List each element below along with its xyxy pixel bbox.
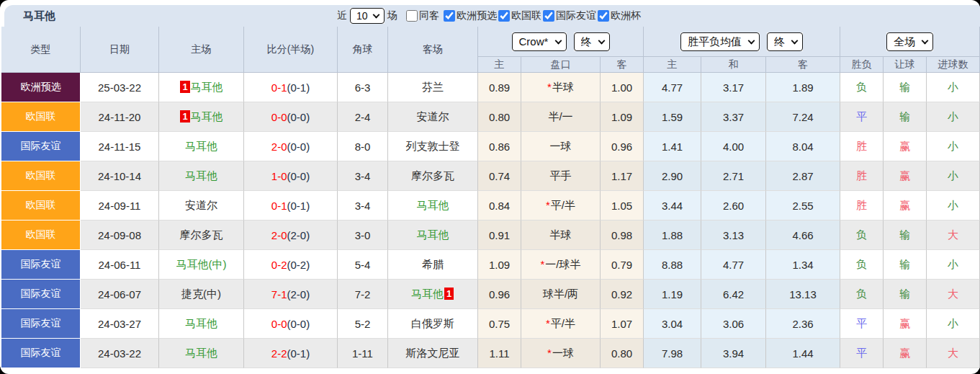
col-header-corners: 角球	[338, 27, 388, 73]
cell-result-goals: 小	[927, 191, 980, 221]
odds-state-select[interactable]: 终	[574, 32, 610, 51]
team-name: 马耳他(中)	[176, 258, 227, 270]
cell-result-goals: 大	[927, 221, 980, 250]
scope-select-wrap: 全场	[886, 32, 933, 51]
cell-score: 2-0(2-0)	[244, 221, 338, 250]
cell-result-wdl: 负	[840, 221, 884, 250]
league-filter-3[interactable]: 欧洲杯	[598, 9, 641, 22]
league-filter-label: 欧国联	[511, 9, 541, 22]
cell-score: 1-0(0-0)	[244, 161, 338, 191]
scope-select[interactable]: 全场	[886, 32, 933, 51]
cell-league-type: 国际友谊	[1, 132, 81, 161]
recent-count-select[interactable]: 10	[350, 8, 385, 25]
col-header-home: 主场	[159, 27, 244, 73]
cell-away-team: 斯洛文尼亚	[388, 339, 478, 368]
team-name: 摩尔多瓦	[180, 228, 223, 241]
cell-home-team: 马耳他	[159, 339, 244, 368]
cell-avg-away: 13.13	[766, 280, 840, 309]
cell-corners: 2-4	[338, 102, 388, 132]
cell-score: 2-0(0-0)	[244, 132, 338, 161]
cell-date: 24-06-11	[81, 250, 159, 280]
rank-badge: 1	[444, 288, 454, 300]
cell-avg-home: 3.04	[644, 309, 701, 339]
cell-odds-away: 1.05	[601, 191, 644, 221]
cell-avg-home: 2.90	[644, 161, 701, 191]
cell-result-handicap: 输	[884, 102, 927, 132]
cell-corners: 5-2	[338, 309, 388, 339]
cell-result-handicap: 赢	[884, 161, 927, 191]
cell-result-goals: 小	[927, 161, 980, 191]
league-filter-checkbox[interactable]	[543, 10, 554, 22]
team-name: 安道尔	[185, 199, 217, 211]
cell-odds-home: 0.86	[478, 132, 521, 161]
subheader-result-goals: 进球数	[927, 57, 980, 73]
cell-score: 7-1(2-0)	[244, 280, 338, 309]
cell-odds-home: 0.91	[478, 221, 521, 250]
cell-date: 24-06-07	[81, 280, 159, 309]
cell-corners: 7-2	[338, 280, 388, 309]
cell-league-type: 欧国联	[1, 102, 81, 132]
cell-league-type: 国际友谊	[1, 250, 81, 280]
cell-result-handicap: 赢	[884, 309, 927, 339]
cell-odds-handicap: *平/半	[521, 309, 601, 339]
cell-away-team: 马耳他	[388, 191, 478, 221]
cell-away-team: 摩尔多瓦	[388, 161, 478, 191]
avg-state-select[interactable]: 终	[767, 32, 803, 51]
league-filter-checkbox[interactable]	[498, 10, 510, 22]
cell-avg-draw: 3.94	[701, 339, 766, 368]
team-name: 芬兰	[422, 81, 444, 93]
cell-odds-handicap: 球半/两	[521, 280, 601, 309]
bookmaker-select[interactable]: Crow*	[512, 32, 567, 51]
league-filter-1[interactable]: 欧国联	[498, 9, 541, 22]
cell-result-handicap: 输	[884, 221, 927, 250]
cell-home-team: 马耳他	[159, 309, 244, 339]
table-row: 欧国联24-09-11安道尔0-1(0-1)3-4马耳他0.84*平/半1.05…	[1, 191, 980, 221]
star-marker: *	[547, 81, 552, 93]
cell-result-wdl: 胜	[840, 132, 884, 161]
cell-avg-home: 1.19	[644, 280, 701, 309]
cell-away-team: 马耳他	[388, 221, 478, 250]
cell-odds-away: 1.17	[601, 161, 644, 191]
cell-league-type: 国际友谊	[1, 280, 81, 309]
avg-select[interactable]: 胜平负均值	[680, 32, 760, 51]
cell-result-wdl: 负	[840, 73, 884, 102]
cell-avg-away: 2.55	[766, 191, 840, 221]
cell-avg-away: 2.87	[766, 161, 840, 191]
cell-result-wdl: 平	[840, 102, 884, 132]
cell-odds-handicap: 平手	[521, 161, 601, 191]
col-header-type: 类型	[1, 27, 81, 73]
cell-odds-handicap: 半球	[521, 221, 601, 250]
table-row: 国际友谊24-03-27马耳他0-0(0-0)5-2白俄罗斯0.75*平/半1.…	[1, 309, 980, 339]
cell-avg-away: 8.04	[766, 132, 840, 161]
table-row: 国际友谊24-06-11马耳他(中)0-2(0-2)5-4希腊1.09*一/球半…	[1, 250, 980, 280]
cell-odds-home: 0.74	[478, 161, 521, 191]
league-filter-label: 国际友谊	[556, 9, 596, 22]
table-row: 国际友谊24-06-07捷克(中)7-1(2-0)7-2马耳他10.96球半/两…	[1, 280, 980, 309]
same-opponent-checkbox[interactable]	[406, 10, 418, 22]
league-filter-label: 欧洲预选	[457, 9, 497, 22]
cell-result-handicap: 输	[884, 250, 927, 280]
team-name: 马耳他	[417, 199, 449, 211]
team-name: 马耳他	[191, 110, 223, 123]
rank-badge: 1	[180, 81, 189, 93]
rank-badge: 1	[180, 110, 189, 123]
cell-avg-home: 1.59	[644, 102, 701, 132]
cell-date: 24-03-22	[81, 339, 159, 368]
cell-corners: 3-4	[338, 191, 388, 221]
same-opponent-filter[interactable]: 同客	[406, 9, 439, 22]
table-row: 欧国联24-09-08摩尔多瓦2-0(2-0)3-0马耳他0.91半球0.981…	[1, 221, 980, 250]
cell-score: 0-0(0-0)	[244, 309, 338, 339]
cell-date: 24-09-11	[81, 191, 159, 221]
cell-away-team: 安道尔	[388, 102, 478, 132]
league-filter-0[interactable]: 欧洲预选	[444, 9, 497, 22]
odds-state-select-wrap: 终	[574, 32, 610, 51]
team-name: 斯洛文尼亚	[406, 347, 460, 359]
cell-avg-away: 4.66	[766, 221, 840, 250]
cell-result-handicap: 输	[884, 73, 927, 102]
league-filter-2[interactable]: 国际友谊	[543, 9, 596, 22]
cell-odds-handicap: 半/一	[521, 102, 601, 132]
col-header-score: 比分(半场)	[244, 27, 338, 73]
league-filter-checkbox[interactable]	[444, 10, 455, 22]
league-filter-checkbox[interactable]	[598, 10, 609, 22]
cell-odds-home: 0.80	[478, 102, 521, 132]
